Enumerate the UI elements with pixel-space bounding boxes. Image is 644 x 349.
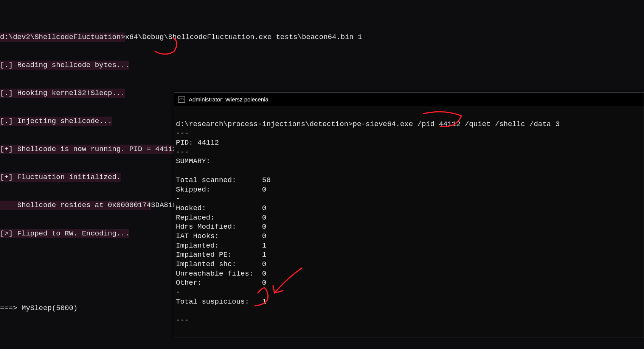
child-cmd-pre: pe-sieve64.exe /pid <box>352 120 439 128</box>
log-line: [.] Hooking kernel32!Sleep... <box>0 89 125 98</box>
summary-row: - <box>176 194 642 204</box>
summary-row: Total scanned: 58 <box>176 176 642 185</box>
child-cmd-pid: 44112 <box>439 120 461 128</box>
summary-row: - <box>176 288 642 297</box>
command-line: d:\dev2\ShellcodeFluctuation> <box>0 33 125 42</box>
command-args: x64\Debug\ShellcodeFluctuation.exe tests… <box>125 33 362 41</box>
summary-row: Implanted PE: 1 <box>176 250 642 260</box>
log-line: [+] Fluctuation initialized. <box>0 173 121 182</box>
summary-row: Implanted: 1 <box>176 241 642 251</box>
summary-label: SUMMARY: <box>176 157 210 165</box>
summary-row: Implanted shc: 0 <box>176 260 642 269</box>
cmd-icon: C:\ <box>178 97 185 103</box>
summary-row: Total suspicious: 1 <box>176 297 642 307</box>
summary-row: Hooked: 0 <box>176 204 642 213</box>
separator: --- <box>176 129 189 137</box>
window-title: Administrator: Wiersz polecenia <box>189 96 268 103</box>
pid-value: 44112 <box>155 145 177 153</box>
summary-row: Replaced: 0 <box>176 213 642 223</box>
summary-row: Other: 0 <box>176 278 642 288</box>
separator: --- <box>176 316 189 324</box>
summary-row: Skipped: 0 <box>176 185 642 195</box>
separator: --- <box>176 148 189 156</box>
log-line: [+] Shellcode is now running. PID = 4411… <box>0 145 177 154</box>
log-line: [.] Injecting shellcode... <box>0 117 112 126</box>
child-prompt: d:\research\process-injections\detection… <box>176 120 352 128</box>
pid-line: PID: 44112 <box>176 139 219 147</box>
log-line: [>] Flipped to RW. Encoding... <box>0 229 129 238</box>
summary-row: IAT Hooks: 0 <box>176 232 642 241</box>
child-terminal-body[interactable]: d:\research\process-injections\detection… <box>174 106 644 338</box>
child-cmd-window[interactable]: C:\ Administrator: Wiersz polecenia d:\r… <box>174 92 644 338</box>
window-titlebar[interactable]: C:\ Administrator: Wiersz polecenia <box>174 93 644 106</box>
log-line: Shellcode resides at 0x00000174 <box>0 201 151 210</box>
log-line: [.] Reading shellcode bytes... <box>0 61 129 70</box>
summary-row: Unreachable files: 0 <box>176 269 642 279</box>
summary-row: Hdrs Modified: 0 <box>176 222 642 232</box>
child-cmd-post: /quiet /shellc /data 3 <box>461 120 560 128</box>
